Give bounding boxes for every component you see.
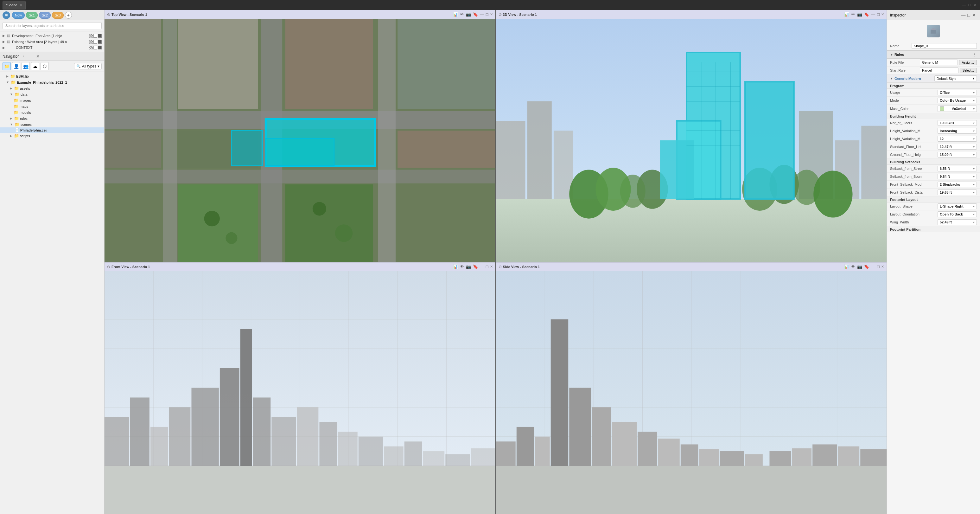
height-var1-dropdown[interactable]: Increasing ▾ bbox=[937, 128, 977, 134]
std-floor-dropdown[interactable]: 12.47 ft ▾ bbox=[937, 144, 977, 150]
viewport-3d-camera[interactable]: 📷 bbox=[857, 12, 862, 17]
viewport-top-close[interactable]: ✕ bbox=[490, 12, 493, 16]
viewport-side-content[interactable] bbox=[496, 271, 887, 514]
navigator-minimize-button[interactable]: — bbox=[27, 54, 34, 59]
layout-shape-dropdown[interactable]: L-Shape Right ▾ bbox=[937, 203, 977, 209]
viewport-front-bookmark[interactable]: 🔖 bbox=[473, 264, 478, 269]
tree-item-images[interactable]: 📁 images bbox=[0, 97, 104, 103]
viewport-top-maximize[interactable]: □ bbox=[485, 12, 489, 17]
viewport-front-minimize[interactable]: — bbox=[480, 264, 484, 269]
rules-menu-icon[interactable]: ⋮ bbox=[972, 52, 977, 57]
viewport-front-close[interactable]: ✕ bbox=[490, 265, 493, 269]
layer-checkbox-2[interactable] bbox=[98, 34, 102, 38]
scenario-now-button[interactable]: Now bbox=[12, 12, 25, 19]
viewport-3d-view[interactable]: 👁 bbox=[851, 12, 856, 17]
scenario-sc1-button[interactable]: Sc1 bbox=[26, 12, 38, 19]
viewport-side-minimize[interactable]: — bbox=[871, 264, 875, 269]
viewport-3d-content[interactable] bbox=[496, 19, 887, 262]
nav-folder-button[interactable]: 📁 bbox=[3, 62, 11, 70]
viewport-top-bookmark[interactable]: 🔖 bbox=[473, 12, 478, 17]
scene-tab-close[interactable]: ✕ bbox=[20, 3, 22, 6]
viewport-side-camera[interactable]: 📷 bbox=[857, 264, 862, 269]
setback-street-dropdown[interactable]: 6.56 ft ▾ bbox=[937, 166, 977, 171]
viewport-3d-maximize[interactable]: □ bbox=[877, 12, 880, 17]
tree-label-esri: ESRI.lib bbox=[16, 75, 29, 78]
tree-item-assets[interactable]: ▶ 📁 assets bbox=[0, 85, 104, 91]
layout-orient-dropdown[interactable]: Open To Back ▾ bbox=[937, 211, 977, 217]
viewport-front-stats[interactable]: 📊 bbox=[453, 264, 458, 269]
nav-network-button[interactable]: ⬡ bbox=[41, 62, 49, 70]
type-filter[interactable]: 🔍 All types ▾ bbox=[74, 63, 102, 69]
viewport-front-content[interactable] bbox=[105, 271, 495, 514]
tree-item-maps[interactable]: 📁 maps bbox=[0, 103, 104, 109]
rule-file-value[interactable]: Generic M bbox=[920, 59, 958, 65]
navigator-close-button[interactable]: ✕ bbox=[35, 54, 41, 59]
mass-color-dropdown[interactable]: #c3e4ad ▾ bbox=[937, 105, 977, 112]
tree-item-esrilib[interactable]: ▶ 📁 ESRI.lib bbox=[0, 73, 104, 79]
viewport-side-close[interactable]: ✕ bbox=[881, 265, 884, 269]
layer-checkbox-4[interactable] bbox=[98, 40, 102, 44]
tree-item-philadelphia-cej[interactable]: 📄 Philadelphia.cej bbox=[0, 128, 104, 133]
viewport-top-camera[interactable]: 📷 bbox=[466, 12, 471, 17]
maximize-button[interactable]: □ bbox=[968, 3, 972, 7]
minimize-button[interactable]: — bbox=[961, 3, 966, 7]
inspector-close[interactable]: ✕ bbox=[971, 12, 977, 18]
tree-item-models[interactable]: 📁 models bbox=[0, 109, 104, 115]
viewport-side-maximize[interactable]: □ bbox=[877, 264, 880, 269]
viewport-front-maximize[interactable]: □ bbox=[485, 264, 489, 269]
viewport-front-camera[interactable]: 📷 bbox=[466, 264, 471, 269]
nav-cloud-button[interactable]: ☁ bbox=[31, 62, 39, 70]
viewport-top-stats[interactable]: 📊 bbox=[453, 12, 458, 17]
viewport-3d-bookmark[interactable]: 🔖 bbox=[864, 12, 869, 17]
start-rule-value[interactable]: Parcel bbox=[920, 67, 958, 73]
rule-assign-button[interactable]: Assign... bbox=[959, 60, 977, 65]
nav-person-button[interactable]: 👤 bbox=[12, 62, 20, 70]
layer-search-input[interactable] bbox=[3, 22, 102, 29]
viewport-3d-stats[interactable]: 📊 bbox=[844, 12, 850, 17]
nav-group-button[interactable]: 👥 bbox=[22, 62, 30, 70]
tree-item-philadelphia-root[interactable]: ▼ 📁 Example_Philadelphia_2022_1 bbox=[0, 79, 104, 85]
tree-item-rules[interactable]: ▶ 📁 rules bbox=[0, 115, 104, 121]
viewport-side-view[interactable]: 👁 bbox=[851, 264, 856, 269]
front-setback-mod-dropdown[interactable]: 2 Stepbacks ▾ bbox=[937, 182, 977, 187]
layer-checkbox-3[interactable] bbox=[94, 40, 97, 44]
tree-item-scenes[interactable]: ▼ 📁 scenes bbox=[0, 121, 104, 128]
layer-checkbox-6[interactable] bbox=[98, 46, 102, 49]
viewport-top-minimize[interactable]: — bbox=[480, 12, 484, 17]
setback-boun-dropdown[interactable]: 9.84 ft ▾ bbox=[937, 174, 977, 179]
rule-select-button[interactable]: Select... bbox=[960, 68, 977, 73]
scenario-sc2-button[interactable]: Sc2 bbox=[39, 12, 51, 19]
viewport-front-view[interactable]: 👁 bbox=[460, 264, 465, 269]
scenario-sc3-button[interactable]: Sc3 bbox=[52, 12, 64, 19]
layer-checkbox-5[interactable] bbox=[94, 46, 97, 49]
height-var2-dropdown[interactable]: 12 ▾ bbox=[937, 136, 977, 142]
tree-item-scripts[interactable]: ▶ 📁 scripts bbox=[0, 133, 104, 139]
generic-modern-header[interactable]: ▼ Generic Modern Default Style ▾ bbox=[887, 75, 980, 83]
front-setback-dist-dropdown[interactable]: 19.68 ft ▾ bbox=[937, 190, 977, 195]
viewport-side-stats[interactable]: 📊 bbox=[844, 264, 850, 269]
mode-dropdown[interactable]: Color By Usage ▾ bbox=[937, 97, 977, 103]
name-input[interactable] bbox=[912, 43, 977, 49]
viewport-top-view[interactable]: 👁 bbox=[460, 12, 465, 17]
layer-item-development[interactable]: ▶ ▤ Development : East Area [1 obje bbox=[0, 33, 104, 39]
add-scenario-button[interactable]: + bbox=[65, 12, 72, 19]
ground-floor-dropdown[interactable]: 15.09 ft ▾ bbox=[937, 152, 977, 158]
layer-item-existing[interactable]: ▶ ▤ Existing : West Area [2 layers | 49 … bbox=[0, 39, 104, 45]
close-button[interactable]: ✕ bbox=[973, 3, 977, 7]
viewport-side-bookmark[interactable]: 🔖 bbox=[864, 264, 869, 269]
rules-section-header[interactable]: ▼ Rules ⋮ bbox=[887, 50, 980, 59]
wing-width-dropdown[interactable]: 52.49 ft ▾ bbox=[937, 219, 977, 225]
nbr-floors-dropdown[interactable]: 19.06781 ▾ bbox=[937, 120, 977, 126]
layer-checkbox-1[interactable] bbox=[94, 34, 97, 38]
viewport-3d-close[interactable]: ✕ bbox=[881, 12, 884, 16]
layer-item-context[interactable]: ▶ — ---CONTEXT------------------- bbox=[0, 45, 104, 50]
navigator-menu-button[interactable]: ⋮ bbox=[20, 54, 26, 59]
usage-dropdown[interactable]: Office ▾ bbox=[937, 90, 977, 96]
viewport-3d-minimize[interactable]: — bbox=[871, 12, 875, 17]
generic-modern-style-dropdown[interactable]: Default Style ▾ bbox=[934, 75, 977, 81]
tree-item-data[interactable]: ▼ 📁 data bbox=[0, 91, 104, 97]
inspector-maximize[interactable]: □ bbox=[967, 12, 971, 18]
viewport-top-content[interactable] bbox=[105, 19, 495, 262]
inspector-minimize[interactable]: — bbox=[960, 12, 967, 18]
scene-tab[interactable]: *Scene ✕ bbox=[3, 1, 25, 10]
